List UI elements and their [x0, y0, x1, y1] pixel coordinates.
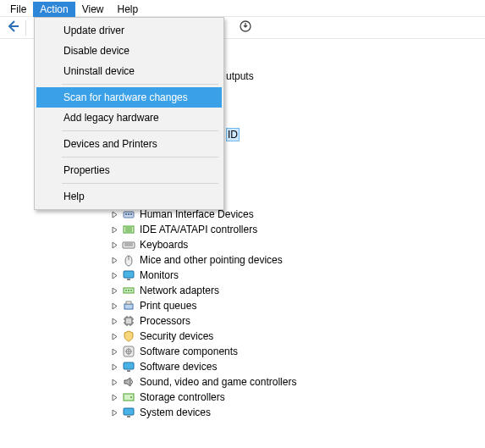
- tree-item-label: Print queues: [138, 300, 196, 312]
- menu-item-devices-and-printers[interactable]: Devices and Printers: [36, 134, 222, 154]
- expander-icon[interactable]: [110, 332, 119, 341]
- printer-icon: [122, 299, 135, 312]
- menubar: File Action View Help: [0, 0, 485, 17]
- bg-hd-fragment: ID: [226, 128, 240, 141]
- tree-item-label: Software devices: [138, 361, 217, 373]
- expander-icon[interactable]: [110, 301, 119, 311]
- menu-separator: [62, 130, 218, 131]
- tree-item-label: System devices: [138, 407, 211, 418]
- tree-item-label: IDE ATA/ATAPI controllers: [138, 224, 257, 235]
- swcomp-icon: [122, 345, 135, 358]
- tree-item-label: Human Interface Devices: [138, 208, 254, 220]
- toolbar-separator: [25, 20, 26, 36]
- tree-item-label: Processors: [138, 315, 190, 327]
- back-arrow-icon: [6, 19, 19, 36]
- svg-rect-22: [126, 301, 131, 304]
- menu-item-properties[interactable]: Properties: [36, 160, 222, 180]
- tree-item-printqueues[interactable]: Print queues: [110, 298, 296, 313]
- expander-icon[interactable]: [110, 408, 119, 418]
- expander-icon[interactable]: [110, 317, 119, 326]
- system-icon: [122, 406, 135, 419]
- tree-item-monitors[interactable]: Monitors: [110, 268, 296, 283]
- keyboard-icon: [122, 238, 135, 252]
- network-icon: [122, 284, 135, 297]
- tree-item-security[interactable]: Security devices: [110, 329, 296, 344]
- tree-item-processors[interactable]: Processors: [110, 313, 296, 329]
- svg-point-19: [128, 290, 130, 291]
- svg-rect-5: [130, 213, 132, 215]
- expander-icon[interactable]: [110, 393, 119, 402]
- svg-rect-37: [127, 370, 130, 372]
- tree-item-label: Security devices: [138, 330, 213, 342]
- tree-item-mice[interactable]: Mice and other pointing devices: [110, 252, 296, 268]
- tree-item-ide[interactable]: IDE ATA/ATAPI controllers: [110, 222, 296, 237]
- action-menu: Update driver Disable device Uninstall d…: [34, 17, 224, 210]
- svg-rect-23: [125, 318, 132, 324]
- svg-rect-36: [124, 362, 134, 369]
- tree-item-label: Storage controllers: [138, 391, 225, 403]
- menu-separator: [62, 183, 218, 184]
- tree-item-label: Monitors: [138, 269, 179, 281]
- svg-rect-16: [127, 279, 130, 280]
- expander-icon[interactable]: [110, 347, 119, 357]
- bg-audio-outputs-fragment: utputs: [226, 70, 254, 82]
- svg-rect-3: [125, 213, 127, 215]
- tree-item-label: Software components: [138, 346, 238, 357]
- security-icon: [122, 329, 135, 343]
- expander-icon[interactable]: [110, 210, 119, 219]
- menu-item-uninstall-device[interactable]: Uninstall device: [36, 61, 222, 81]
- menu-view[interactable]: View: [75, 2, 111, 17]
- sound-icon: [122, 375, 135, 389]
- svg-rect-4: [128, 213, 130, 215]
- svg-rect-41: [127, 416, 130, 418]
- device-tree: esHuman Interface DevicesIDE ATA/ATAPI c…: [110, 191, 296, 420]
- tree-item-label: Mice and other pointing devices: [138, 254, 283, 266]
- svg-rect-40: [124, 408, 134, 415]
- menu-separator: [62, 157, 218, 158]
- tree-item-netadapters[interactable]: Network adapters: [110, 283, 296, 298]
- menu-item-disable-device[interactable]: Disable device: [36, 41, 222, 61]
- menu-item-scan-hardware-changes[interactable]: Scan for hardware changes: [36, 87, 222, 108]
- tree-item-swdevices[interactable]: Software devices: [110, 359, 296, 374]
- cpu-icon: [122, 314, 135, 328]
- svg-rect-21: [124, 304, 133, 309]
- expander-icon[interactable]: [110, 271, 119, 280]
- swdev-icon: [122, 360, 135, 373]
- tree-item-sound[interactable]: Sound, video and game controllers: [110, 374, 296, 390]
- storage-icon: [122, 390, 135, 404]
- expander-icon[interactable]: [110, 256, 119, 265]
- mouse-icon: [122, 253, 135, 267]
- toolbar-update-button[interactable]: [236, 19, 255, 37]
- menu-file[interactable]: File: [3, 2, 33, 17]
- bg-selected-row: ID: [226, 129, 240, 141]
- svg-point-39: [130, 396, 132, 398]
- menu-help[interactable]: Help: [111, 2, 146, 17]
- update-icon: [239, 19, 252, 36]
- menu-item-help[interactable]: Help: [36, 186, 222, 207]
- tree-item-system[interactable]: System devices: [110, 405, 296, 420]
- expander-icon[interactable]: [110, 362, 119, 372]
- tree-item-label: Network adapters: [138, 285, 219, 296]
- svg-point-20: [130, 290, 132, 291]
- toolbar-back-button[interactable]: [3, 19, 22, 37]
- tree-item-keyboards[interactable]: Keyboards: [110, 237, 296, 252]
- menu-separator: [62, 84, 218, 85]
- ide-icon: [122, 223, 135, 236]
- menu-item-add-legacy-hardware[interactable]: Add legacy hardware: [36, 108, 222, 128]
- svg-point-18: [125, 290, 127, 291]
- menu-item-update-driver[interactable]: Update driver: [36, 20, 222, 41]
- monitor-icon: [122, 268, 135, 282]
- tree-item-label: Keyboards: [138, 239, 188, 251]
- menu-action[interactable]: Action: [33, 2, 74, 17]
- svg-rect-38: [124, 394, 134, 401]
- tree-item-swcomponents[interactable]: Software components: [110, 344, 296, 359]
- svg-rect-15: [124, 271, 134, 278]
- expander-icon[interactable]: [110, 241, 119, 250]
- expander-icon[interactable]: [110, 378, 119, 387]
- expander-icon[interactable]: [110, 225, 119, 235]
- tree-item-label: Sound, video and game controllers: [138, 376, 296, 388]
- expander-icon[interactable]: [110, 286, 119, 296]
- tree-item-storage[interactable]: Storage controllers: [110, 390, 296, 405]
